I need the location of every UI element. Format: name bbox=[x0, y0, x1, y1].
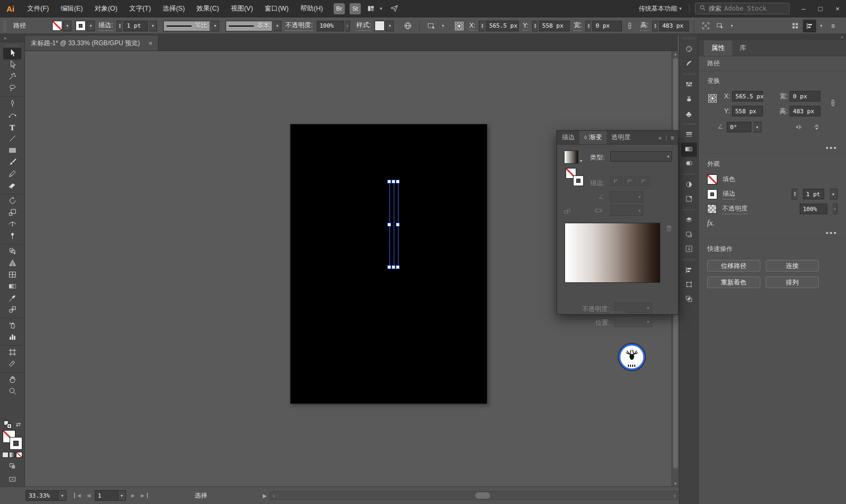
artboard-tool[interactable] bbox=[3, 347, 21, 359]
stroke-dropdown-icon[interactable]: ▾ bbox=[87, 21, 95, 31]
opacity-label[interactable]: 不透明度: bbox=[285, 21, 312, 31]
column-graph-tool[interactable] bbox=[3, 332, 21, 343]
document-tab[interactable]: 未标题-1* @ 33.33% (RGB/GPU 预览) × bbox=[25, 36, 159, 51]
stroke-across-icon[interactable] bbox=[638, 177, 650, 186]
panel-collapse-icon[interactable]: » bbox=[659, 135, 662, 141]
appearance-panel-icon[interactable] bbox=[681, 178, 697, 192]
stroke-weight-label[interactable]: 描边: bbox=[98, 21, 113, 31]
curvature-tool[interactable] bbox=[3, 110, 21, 122]
selection-handle[interactable] bbox=[387, 223, 391, 226]
workspace-chevron-icon[interactable]: ▾ bbox=[679, 6, 682, 11]
selection-handle[interactable] bbox=[396, 180, 400, 183]
height-label[interactable]: 高: bbox=[640, 21, 648, 31]
reference-point-icon[interactable] bbox=[452, 20, 466, 32]
opacity-field[interactable]: 100% bbox=[317, 21, 344, 31]
x-st epper[interactable]: ▲▼ bbox=[479, 21, 485, 31]
selection-handle[interactable] bbox=[392, 180, 395, 183]
opacity-flyout-icon[interactable]: › bbox=[345, 21, 350, 31]
transform-width-field[interactable]: 0 px bbox=[790, 91, 820, 102]
asset-export-panel-icon[interactable] bbox=[681, 242, 697, 257]
previous-artboard-icon[interactable]: ◀ bbox=[85, 493, 93, 498]
brush-definition-dropdown-icon[interactable]: ▾ bbox=[273, 21, 281, 31]
stroke-weight-dropdown-icon[interactable]: ▾ bbox=[830, 189, 837, 199]
scale-tool[interactable] bbox=[3, 207, 21, 219]
artboards-panel-icon[interactable] bbox=[681, 228, 697, 242]
y-label[interactable]: Y: bbox=[522, 22, 528, 30]
stroke-weight-field[interactable]: 1 pt bbox=[803, 189, 824, 199]
layers-panel-icon[interactable] bbox=[681, 214, 697, 228]
width-stepper[interactable]: ▲▼ bbox=[585, 21, 591, 31]
status-flyout-icon[interactable]: ▶ bbox=[263, 493, 267, 499]
width-tool[interactable] bbox=[3, 219, 21, 231]
gradient-angle-select[interactable]: ▾ bbox=[610, 191, 643, 202]
pencil-tool[interactable] bbox=[3, 169, 21, 180]
selection-handle[interactable] bbox=[387, 180, 391, 183]
app-badge[interactable]: Br bbox=[334, 3, 345, 14]
stroke-link-label[interactable]: 描边 bbox=[723, 189, 735, 199]
width-label[interactable]: 宽: bbox=[574, 21, 582, 31]
close-button[interactable]: × bbox=[829, 1, 846, 16]
fill-dropdown-icon[interactable]: ▾ bbox=[63, 21, 71, 31]
flip-vertical-icon[interactable] bbox=[812, 123, 821, 133]
zoom-level-field[interactable]: 33.33% bbox=[26, 490, 59, 501]
x-label[interactable]: X: bbox=[469, 22, 475, 30]
artboard-dropdown-icon[interactable]: ▾ bbox=[118, 490, 126, 501]
transform-y-field[interactable]: 558 px bbox=[732, 106, 763, 116]
stroke-along-icon[interactable] bbox=[624, 177, 636, 186]
swatches-panel-icon[interactable] bbox=[681, 78, 697, 93]
symbol-sprayer-tool[interactable] bbox=[3, 320, 21, 332]
style-swatch[interactable] bbox=[375, 21, 385, 31]
menu-item[interactable]: 效果(C) bbox=[190, 0, 225, 18]
mesh-tool[interactable] bbox=[3, 270, 21, 281]
color-mode-button[interactable] bbox=[2, 452, 9, 458]
constrain-link-icon[interactable] bbox=[623, 20, 636, 32]
gradient-type-select[interactable]: ▾ bbox=[610, 151, 672, 162]
select-similar-dropdown-icon[interactable]: ▾ bbox=[439, 21, 447, 31]
none-mode-button[interactable] bbox=[16, 452, 22, 458]
pen-tool[interactable] bbox=[3, 98, 21, 110]
menu-item[interactable]: 文字(T) bbox=[123, 0, 157, 18]
angle-dropdown-icon[interactable]: ▾ bbox=[753, 122, 761, 132]
rotation-angle-field[interactable]: 0° bbox=[727, 122, 751, 132]
transform-panel-icon[interactable] bbox=[681, 278, 697, 292]
width-field[interactable]: 0 px bbox=[592, 21, 622, 31]
drawing-mode-button[interactable] bbox=[5, 460, 19, 471]
offset-path-button[interactable]: 位移路径 bbox=[707, 260, 760, 272]
aspect-ratio-select[interactable]: ▾ bbox=[610, 205, 643, 216]
reverse-gradient-icon[interactable] bbox=[563, 207, 571, 217]
transform-height-field[interactable]: 483 px bbox=[790, 106, 820, 116]
horizontal-scroll-thumb[interactable] bbox=[475, 492, 490, 499]
opacity-flyout-icon[interactable]: › bbox=[833, 204, 837, 214]
blend-tool[interactable] bbox=[3, 305, 21, 316]
scroll-left-icon[interactable]: ‹ bbox=[272, 492, 275, 499]
direct-selection-tool[interactable] bbox=[3, 60, 21, 71]
paintbrush-tool[interactable] bbox=[3, 157, 21, 169]
first-artboard-icon[interactable]: ◀ bbox=[74, 493, 83, 498]
control-panel-menu-icon[interactable]: ≡ bbox=[826, 20, 840, 32]
fill-swatch[interactable] bbox=[707, 174, 717, 184]
stroke-panel-icon[interactable] bbox=[681, 128, 697, 142]
maximize-button[interactable]: □ bbox=[812, 1, 829, 16]
y-field[interactable]: 558 px bbox=[539, 21, 570, 31]
gradient-slider[interactable] bbox=[565, 223, 660, 283]
scroll-down-icon[interactable]: ▼ bbox=[672, 482, 679, 485]
color-panel-icon[interactable] bbox=[681, 43, 697, 57]
tab-stroke[interactable]: 描边 bbox=[557, 131, 579, 144]
transform-fit-icon[interactable] bbox=[699, 20, 712, 32]
document-setup-globe-icon[interactable] bbox=[401, 20, 414, 32]
selection-handle[interactable] bbox=[396, 223, 400, 226]
stroke-swatch[interactable] bbox=[707, 189, 717, 199]
transform-x-field[interactable]: 565.5 px bbox=[732, 91, 763, 102]
eraser-tool[interactable] bbox=[3, 180, 21, 192]
gradient-swatch[interactable] bbox=[564, 150, 578, 164]
pathfinder-panel-icon[interactable] bbox=[681, 292, 697, 307]
transparency-panel-icon[interactable] bbox=[681, 157, 697, 171]
selection-tool[interactable] bbox=[3, 48, 21, 60]
opacity-link-label[interactable]: 不透明度 bbox=[722, 204, 748, 214]
constrain-proportions-icon[interactable] bbox=[828, 98, 837, 109]
graphic-styles-panel-icon[interactable] bbox=[681, 192, 697, 207]
artboard[interactable] bbox=[290, 124, 487, 404]
brushes-panel-icon[interactable] bbox=[681, 93, 697, 107]
height-stepper[interactable]: ▲▼ bbox=[652, 21, 658, 31]
stroke-color-well[interactable] bbox=[10, 437, 22, 450]
